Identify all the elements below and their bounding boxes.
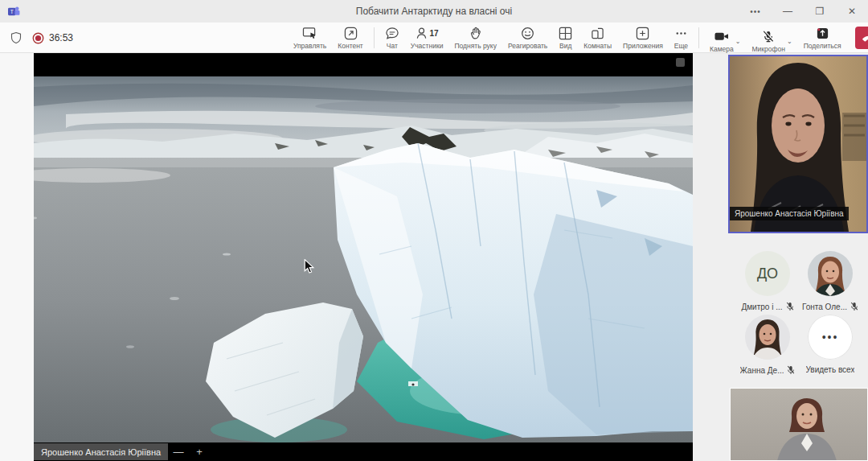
avatar-photo[interactable] — [808, 251, 853, 296]
participant-photo — [745, 315, 790, 360]
speaker-video — [730, 56, 866, 232]
see-all-label: Увидеть всех — [806, 365, 855, 374]
participants-icon — [416, 27, 428, 40]
toolbar-divider — [374, 27, 375, 48]
apps-button[interactable]: Приложения — [617, 23, 669, 53]
avatar[interactable]: ДО — [745, 251, 790, 296]
more-button[interactable]: Еще — [669, 23, 694, 53]
content-button[interactable]: Контент — [332, 23, 369, 53]
react-icon — [521, 27, 534, 40]
minimize-button[interactable]: — — [772, 0, 804, 23]
participant-zhanna[interactable]: Жанна Де... — [731, 315, 804, 375]
participant-video — [731, 389, 867, 461]
share-button[interactable]: Поделиться — [798, 23, 847, 53]
shared-screen-stage: Ярошенко Анастасія Юріївна — + — [34, 53, 693, 461]
shield-icon[interactable] — [10, 31, 23, 44]
stage-left-gutter — [0, 53, 34, 461]
content-icon — [344, 27, 358, 40]
participant-dmytro[interactable]: ДО Дмитро і ... — [731, 251, 804, 311]
rooms-icon — [591, 27, 604, 40]
mic-muted-icon — [850, 302, 858, 311]
window-more-button[interactable]: ••• — [739, 0, 772, 23]
window-title: Побачити Антарктиду на власні очі — [0, 6, 868, 17]
see-all-participants[interactable]: ••• Увидеть всех — [794, 315, 866, 374]
mouse-cursor-icon — [304, 259, 315, 274]
participants-count: 17 — [430, 29, 439, 38]
meeting-toolbar: 36:53 Управлять Контент Чат — [0, 23, 868, 53]
participant-photo — [808, 251, 853, 296]
react-button[interactable]: Реагировать — [502, 23, 553, 53]
chevron-down-icon[interactable]: ⌄ — [735, 38, 741, 53]
zoom-in-button[interactable]: + — [189, 446, 210, 458]
speaker-video-tile[interactable]: Ярошенко Анастасія Юріївна — [728, 55, 868, 233]
close-button[interactable]: ✕ — [836, 0, 868, 23]
recording-indicator: 36:53 — [32, 32, 73, 44]
participant-name: Гонта Оле... — [802, 303, 847, 311]
record-icon — [32, 32, 44, 44]
rooms-button[interactable]: Комнаты — [578, 23, 617, 53]
participant-name: Дмитро і ... — [741, 303, 782, 311]
mic-muted-icon — [786, 302, 794, 311]
participants-sidebar: Ярошенко Анастасія Юріївна ДО Дмитро і .… — [693, 53, 868, 461]
more-icon — [674, 27, 688, 40]
manage-button[interactable]: Управлять — [288, 23, 332, 53]
chat-button[interactable]: Чат — [379, 23, 405, 53]
chat-icon — [385, 27, 399, 40]
camera-icon — [714, 30, 730, 43]
share-icon — [816, 27, 829, 40]
mic-button[interactable]: Микрофон ⌄ — [747, 23, 798, 53]
maximize-button[interactable]: ❐ — [804, 0, 836, 23]
participants-button[interactable]: 17 Участники — [405, 23, 449, 53]
participant-honta[interactable]: Гонта Оле... — [794, 251, 866, 311]
raise-hand-icon — [469, 27, 482, 40]
participant-video-tile[interactable] — [730, 388, 868, 461]
window-titlebar: T Побачити Антарктиду на власні очі ••• … — [0, 0, 868, 23]
mic-muted-icon — [761, 30, 776, 43]
hangup-icon — [862, 34, 868, 42]
toolbar-divider — [698, 27, 699, 48]
speaker-name-label: Ярошенко Анастасія Юріївна — [730, 207, 849, 220]
zoom-out-button[interactable]: — — [168, 446, 189, 458]
overflow-dots-icon[interactable]: ••• — [808, 315, 853, 360]
view-icon — [559, 27, 572, 40]
meeting-main-area: Ярошенко Анастасія Юріївна — + — [0, 53, 868, 461]
manage-icon — [302, 27, 317, 40]
presenter-name-label: Ярошенко Анастасія Юріївна — [34, 443, 168, 460]
raise-hand-button[interactable]: Поднять руку — [448, 23, 502, 53]
camera-button[interactable]: Камера ⌄ — [704, 23, 746, 53]
apps-icon — [636, 27, 649, 40]
chevron-down-icon[interactable]: ⌄ — [787, 38, 792, 53]
shared-iceberg-video — [34, 53, 693, 461]
leave-button[interactable]: Выйти ⌄ — [855, 27, 868, 49]
view-button[interactable]: Вид — [553, 23, 578, 53]
avatar-photo[interactable] — [745, 315, 790, 360]
participant-name: Жанна Де... — [740, 366, 784, 375]
meeting-timer: 36:53 — [49, 32, 73, 43]
